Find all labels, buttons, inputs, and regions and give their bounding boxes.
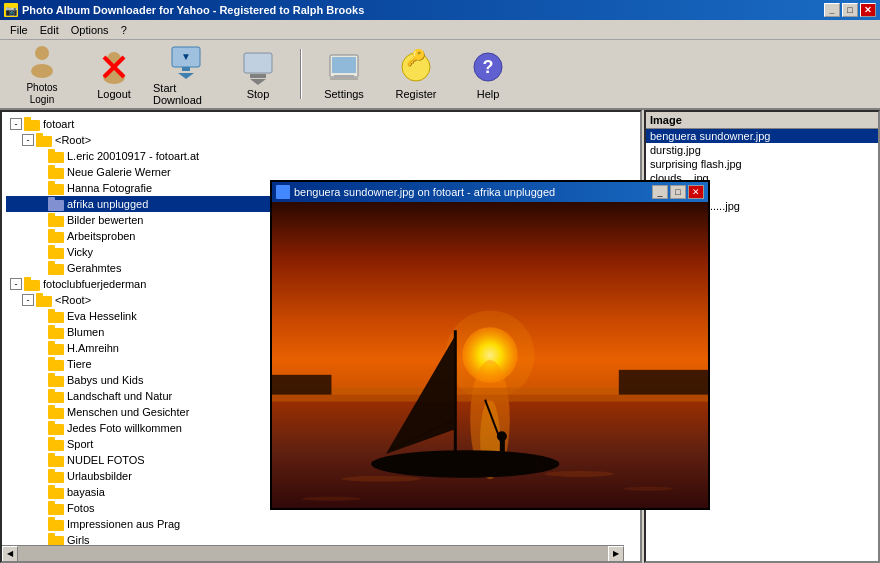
app-icon: 📷 <box>4 3 18 17</box>
image-popup: benguera sundowner.jpg on fotoart - afri… <box>270 180 710 510</box>
svg-rect-54 <box>48 373 55 377</box>
fotoclub-label: fotoclubfuerjederman <box>43 278 146 290</box>
tree-root-fotoart[interactable]: - fotoart <box>6 116 636 132</box>
start-download-label: Start Download <box>153 82 219 106</box>
popup-close[interactable]: ✕ <box>688 185 704 199</box>
folder-hamreihn-icon <box>48 341 64 355</box>
start-download-button[interactable]: ▼ Start Download <box>152 44 220 104</box>
main-area: - fotoart - <Root> L.eric 20010917 - fot… <box>0 110 880 563</box>
folder-vicky-icon <box>48 245 64 259</box>
menu-options[interactable]: Options <box>65 22 115 38</box>
folder-landschaft-icon <box>48 389 64 403</box>
image-item-1[interactable]: benguera sundowner.jpg <box>646 129 878 143</box>
stop-button[interactable]: Stop <box>224 44 292 104</box>
nudel-label: NUDEL FOTOS <box>67 454 145 466</box>
svg-rect-25 <box>48 152 64 163</box>
fotoclub-root-icon <box>36 293 52 307</box>
svg-rect-34 <box>48 213 55 217</box>
svg-point-91 <box>341 476 420 482</box>
popup-title-text: benguera sundowner.jpg on fotoart - afri… <box>294 186 555 198</box>
svg-rect-44 <box>36 293 43 297</box>
menu-file[interactable]: File <box>4 22 34 38</box>
hamreihn-label: H.Amreihn <box>67 342 119 354</box>
bayasia-label: bayasia <box>67 486 105 498</box>
svg-rect-40 <box>48 261 55 265</box>
scroll-right-btn[interactable]: ▶ <box>608 546 624 562</box>
svg-text:🔑: 🔑 <box>406 49 426 67</box>
stop-icon <box>240 49 276 85</box>
minimize-button[interactable]: _ <box>824 3 840 17</box>
toolbar-separator <box>300 49 302 99</box>
help-button[interactable]: ? Help <box>454 44 522 104</box>
scroll-left-btn[interactable]: ◀ <box>2 546 18 562</box>
fotoart-root-node[interactable]: - <Root> <box>6 132 636 148</box>
gerahmtes-label: Gerahmtes <box>67 262 121 274</box>
fotoclub-root-label: <Root> <box>55 294 91 306</box>
svg-rect-55 <box>48 392 64 403</box>
svg-rect-60 <box>48 421 55 425</box>
tree-hscrollbar[interactable]: ◀ ▶ <box>2 545 624 561</box>
svg-rect-37 <box>48 248 64 259</box>
folder-eva-icon <box>48 309 64 323</box>
svg-rect-26 <box>48 149 55 153</box>
popup-maximize[interactable]: □ <box>670 185 686 199</box>
register-icon: 🔑 <box>398 49 434 85</box>
svg-rect-23 <box>36 136 52 147</box>
eva-label: Eva Hesselink <box>67 310 137 322</box>
svg-rect-62 <box>48 437 55 441</box>
svg-rect-43 <box>36 296 52 307</box>
svg-rect-11 <box>250 74 266 78</box>
babys-label: Babys und Kids <box>67 374 143 386</box>
svg-point-93 <box>302 497 361 501</box>
start-download-icon: ▼ <box>168 43 204 79</box>
fotoart-root-toggle[interactable]: - <box>22 134 34 146</box>
register-button[interactable]: 🔑 Register <box>382 44 450 104</box>
tree-item-leric[interactable]: L.eric 20010917 - fotoart.at <box>6 148 636 164</box>
window-controls[interactable]: _ □ ✕ <box>824 3 876 17</box>
scroll-htrack[interactable] <box>18 546 608 562</box>
tree-item-impressionen[interactable]: Impressionen aus Prag <box>6 516 636 532</box>
photos-login-button[interactable]: PhotosLogin <box>8 44 76 104</box>
tree-item-neue-galerie[interactable]: Neue Galerie Werner <box>6 164 636 180</box>
svg-text:?: ? <box>483 57 494 77</box>
image-item-3[interactable]: surprising flash.jpg <box>646 157 878 171</box>
popup-controls[interactable]: _ □ ✕ <box>652 185 704 199</box>
image-item-2[interactable]: durstig.jpg <box>646 143 878 157</box>
menu-help[interactable]: ? <box>115 22 133 38</box>
svg-rect-45 <box>48 312 64 323</box>
svg-rect-38 <box>48 245 55 249</box>
fotoart-root-label: <Root> <box>55 134 91 146</box>
svg-rect-15 <box>334 75 354 77</box>
impressionen-label: Impressionen aus Prag <box>67 518 180 530</box>
logout-button[interactable]: Logout <box>80 44 148 104</box>
svg-rect-10 <box>244 53 272 73</box>
svg-rect-39 <box>48 264 64 275</box>
popup-minimize[interactable]: _ <box>652 185 668 199</box>
toolbar: PhotosLogin Logout ▼ Start Download <box>0 40 880 110</box>
svg-rect-70 <box>48 501 55 505</box>
image-list-header: Image <box>646 112 878 129</box>
svg-rect-72 <box>48 517 55 521</box>
svg-rect-21 <box>24 120 40 131</box>
fotoclub-root-toggle[interactable]: - <box>22 294 34 306</box>
vicky-label: Vicky <box>67 246 93 258</box>
svg-point-94 <box>624 487 674 491</box>
svg-rect-24 <box>36 133 43 137</box>
neue-galerie-label: Neue Galerie Werner <box>67 166 171 178</box>
sunset-image <box>272 202 708 508</box>
fotoclub-toggle[interactable]: - <box>10 278 22 290</box>
hanna-label: Hanna Fotografie <box>67 182 152 194</box>
maximize-button[interactable]: □ <box>842 3 858 17</box>
leric-label: L.eric 20010917 - fotoart.at <box>67 150 199 162</box>
menu-edit[interactable]: Edit <box>34 22 65 38</box>
tiere-label: Tiere <box>67 358 92 370</box>
close-button[interactable]: ✕ <box>860 3 876 17</box>
jedes-label: Jedes Foto willkommen <box>67 422 182 434</box>
svg-rect-69 <box>48 504 64 515</box>
svg-rect-82 <box>272 375 331 395</box>
svg-rect-41 <box>24 280 40 291</box>
fotoart-toggle[interactable]: - <box>10 118 22 130</box>
svg-rect-59 <box>48 424 64 435</box>
settings-button[interactable]: Settings <box>310 44 378 104</box>
fotoart-icon <box>24 117 40 131</box>
